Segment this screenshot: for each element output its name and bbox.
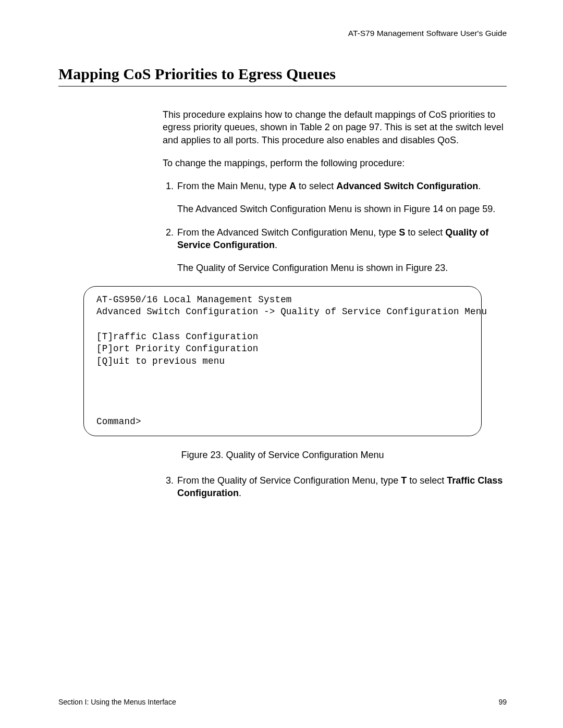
terminal-line-1: AT-GS950/16 Local Management System bbox=[96, 294, 292, 305]
step-1-text-c: to select bbox=[296, 181, 336, 191]
page: AT-S79 Management Software User's Guide … bbox=[0, 0, 563, 728]
step-3-line-1: From the Quality of Service Configuratio… bbox=[177, 474, 507, 500]
step-2-line-2: The Quality of Service Configuration Men… bbox=[177, 262, 507, 274]
terminal-content: AT-GS950/16 Local Management System Adva… bbox=[96, 294, 469, 368]
body-column: This procedure explains how to change th… bbox=[163, 108, 507, 275]
footer-page-number: 99 bbox=[498, 698, 507, 706]
running-header: AT-S79 Management Software User's Guide bbox=[58, 29, 507, 38]
step-3-text-c: to select bbox=[407, 475, 447, 486]
step-3-text-a: From the Quality of Service Configuratio… bbox=[177, 475, 401, 486]
body-column-lower: From the Quality of Service Configuratio… bbox=[163, 474, 507, 500]
figure-caption: Figure 23. Quality of Service Configurat… bbox=[58, 450, 507, 461]
step-2-text-a: From the Advanced Switch Configuration M… bbox=[177, 227, 399, 238]
step-1-menu: Advanced Switch Configuration bbox=[336, 181, 478, 191]
step-2-key: S bbox=[399, 227, 405, 238]
step-1: From the Main Menu, type A to select Adv… bbox=[176, 180, 507, 216]
step-2-text-c: to select bbox=[405, 227, 445, 238]
terminal-prompt: Command> bbox=[96, 416, 469, 428]
step-1-text-e: . bbox=[478, 181, 481, 191]
procedure-list: From the Main Menu, type A to select Adv… bbox=[163, 180, 507, 274]
step-2: From the Advanced Switch Configuration M… bbox=[176, 226, 507, 275]
section-title: Mapping CoS Priorities to Egress Queues bbox=[58, 65, 507, 83]
footer-section: Section I: Using the Menus Interface bbox=[58, 698, 176, 706]
step-1-line-1: From the Main Menu, type A to select Adv… bbox=[177, 180, 507, 192]
step-2-line-1: From the Advanced Switch Configuration M… bbox=[177, 226, 507, 252]
step-3-text-e: . bbox=[239, 488, 241, 498]
terminal-line-3: [T]raffic Class Configuration bbox=[96, 331, 258, 342]
step-3-key: T bbox=[401, 475, 407, 486]
terminal-line-4: [P]ort Priority Configuration bbox=[96, 343, 258, 354]
step-1-key: A bbox=[289, 181, 296, 191]
terminal-line-2: Advanced Switch Configuration -> Quality… bbox=[96, 306, 487, 317]
title-rule bbox=[58, 86, 507, 87]
terminal-line-5: [Q]uit to previous menu bbox=[96, 356, 225, 366]
terminal-screen: AT-GS950/16 Local Management System Adva… bbox=[83, 286, 482, 436]
step-3: From the Quality of Service Configuratio… bbox=[176, 474, 507, 500]
page-footer: Section I: Using the Menus Interface 99 bbox=[58, 698, 507, 706]
step-1-text-a: From the Main Menu, type bbox=[177, 181, 289, 191]
step-2-text-e: . bbox=[275, 240, 277, 250]
step-1-line-2: The Advanced Switch Configuration Menu i… bbox=[177, 203, 507, 215]
procedure-list-continued: From the Quality of Service Configuratio… bbox=[163, 474, 507, 500]
intro-paragraph-1: This procedure explains how to change th… bbox=[163, 108, 507, 146]
intro-paragraph-2: To change the mappings, perform the foll… bbox=[163, 157, 507, 169]
